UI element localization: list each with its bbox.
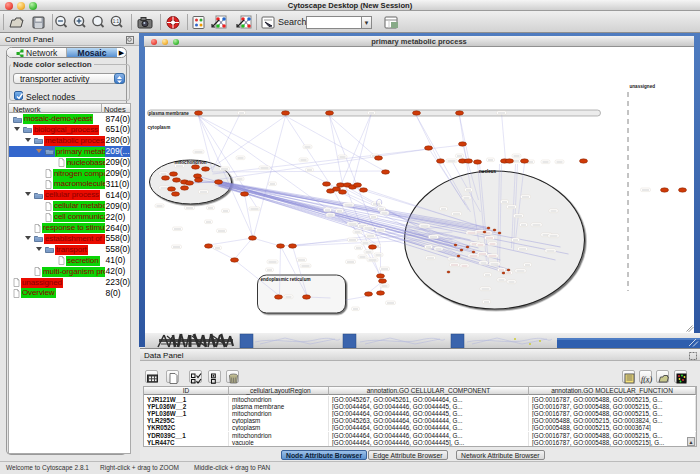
svg-text:1:1: 1:1	[113, 19, 120, 24]
svg-text:f(x): f(x)	[641, 375, 652, 384]
svg-text:endoplasmic reticulum: endoplasmic reticulum	[260, 277, 310, 282]
svg-text:nucleus: nucleus	[478, 169, 496, 174]
svg-text:cytoplasm: cytoplasm	[147, 125, 170, 130]
svg-text:unassigned: unassigned	[629, 84, 655, 89]
svg-text:plasma membrane: plasma membrane	[148, 111, 189, 116]
svg-text:mitochondrion: mitochondrion	[174, 160, 206, 165]
